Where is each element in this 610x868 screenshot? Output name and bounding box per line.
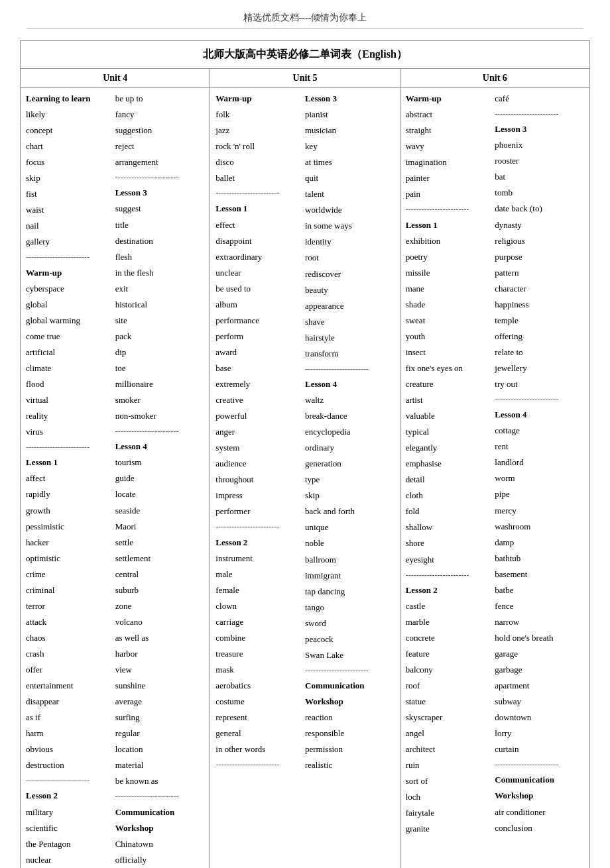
word-item: root [305, 250, 395, 266]
word-item: break-dance [305, 408, 395, 424]
word-item: optimistic [26, 551, 115, 567]
word-item: Workshop [495, 788, 584, 804]
word-item: noble [305, 535, 395, 551]
word-item: attack [26, 614, 115, 630]
unit4-col2: be up tofancysuggestionrejectarrangement… [115, 91, 205, 868]
word-item: Lesson 4 [305, 376, 395, 392]
word-item: date back (to) [495, 201, 584, 217]
word-item: cyberspace [26, 281, 115, 297]
word-item: cloth [406, 488, 495, 504]
word-item: straight [406, 123, 495, 138]
word-item: ------------------------ [115, 424, 205, 439]
word-item: youth [406, 329, 495, 345]
word-item: jazz [215, 123, 305, 138]
word-item: shallow [406, 519, 495, 535]
unit6-header: Unit 6 [400, 69, 589, 88]
unit6-col1: Warm-upabstractstraightwavyimaginationpa… [406, 91, 495, 837]
word-item: Workshop [305, 694, 395, 710]
word-item: suggestion [115, 123, 205, 138]
word-item: seaside [115, 503, 205, 519]
word-item: purpose [495, 249, 584, 265]
word-item: ------------------------ [26, 440, 115, 455]
word-item: suburb [115, 582, 205, 598]
word-item: unclear [215, 265, 305, 281]
word-item: nuclear [26, 852, 115, 868]
word-item: ------------------------ [406, 202, 495, 217]
word-item: responsible [305, 726, 395, 741]
word-item: gallery [26, 234, 115, 250]
word-item: destruction [26, 757, 115, 773]
word-item: missile [406, 265, 495, 281]
word-item: castle [406, 598, 495, 614]
word-item: granite [406, 821, 495, 837]
word-item: hacker [26, 535, 115, 551]
word-item: fairytale [406, 805, 495, 821]
word-item: religious [495, 233, 584, 249]
word-item: award [215, 345, 305, 360]
word-item: bathtub [495, 551, 584, 567]
word-item: Communication [495, 772, 584, 788]
word-item: quit [305, 170, 395, 186]
word-item: treasure [215, 646, 305, 662]
word-item: jewellery [495, 360, 584, 376]
word-item: abstract [406, 107, 495, 123]
word-item: performance [215, 313, 305, 329]
word-item: toe [115, 360, 205, 376]
word-item: extremely [215, 376, 305, 392]
word-item: pipe [495, 486, 584, 502]
word-item: regular [115, 726, 205, 741]
word-item: ------------------------ [115, 789, 205, 804]
word-item: Communication [305, 678, 395, 694]
word-item: site [115, 313, 205, 329]
main-content: 北师大版高中英语必修二单词表（English） Unit 4 Unit 5 Un… [0, 34, 610, 868]
table-title: 北师大版高中英语必修二单词表（English） [21, 41, 590, 69]
word-item: back and forth [305, 504, 395, 519]
word-item: come true [26, 329, 115, 345]
word-item: air conditioner [495, 804, 584, 820]
word-item: fancy [115, 107, 205, 123]
word-item: crash [26, 646, 115, 662]
word-item: be known as [115, 773, 205, 789]
word-item: settlement [115, 551, 205, 567]
word-item: ruin [406, 757, 495, 773]
word-item: shave [305, 314, 395, 330]
unit5-content: Warm-upfolkjazzrock 'n' rolldiscoballet-… [210, 88, 400, 869]
word-item: realistic [305, 757, 395, 773]
word-item: ------------------------ [305, 362, 395, 376]
word-item: rooster [495, 153, 584, 169]
word-item: Lesson 2 [406, 582, 495, 598]
word-item: nail [26, 218, 115, 234]
word-item: impress [215, 488, 305, 504]
word-item: ------------------------ [215, 186, 305, 201]
word-item: general [215, 726, 305, 741]
word-item: be up to [115, 91, 205, 107]
word-item: zone [115, 598, 205, 614]
word-item: marble [406, 614, 495, 630]
word-item: pianist [305, 107, 395, 123]
word-item: batbe [495, 582, 584, 598]
word-item: ------------------------ [305, 663, 395, 678]
word-item: surfing [115, 710, 205, 726]
word-item: skyscraper [406, 710, 495, 726]
word-item: terror [26, 598, 115, 614]
word-item: concept [26, 123, 115, 138]
word-item: female [215, 582, 305, 598]
word-item: ballroom [305, 552, 395, 568]
word-item: as well as [115, 630, 205, 646]
word-item: harbor [115, 646, 205, 662]
word-item: café [495, 91, 584, 107]
word-item: focus [26, 154, 115, 170]
word-item: eyesight [406, 552, 495, 568]
word-item: powerful [215, 408, 305, 424]
word-item: ------------------------ [495, 392, 584, 407]
word-item: disappear [26, 694, 115, 710]
word-item: rediscover [305, 266, 395, 282]
word-item: perform [215, 329, 305, 345]
word-item: volcano [115, 614, 205, 630]
word-item: likely [26, 107, 115, 123]
word-item: wavy [406, 138, 495, 154]
unit6-content: Warm-upabstractstraightwavyimaginationpa… [400, 88, 589, 869]
word-item: skip [305, 488, 395, 504]
word-item: harm [26, 726, 115, 741]
word-item: average [115, 694, 205, 710]
